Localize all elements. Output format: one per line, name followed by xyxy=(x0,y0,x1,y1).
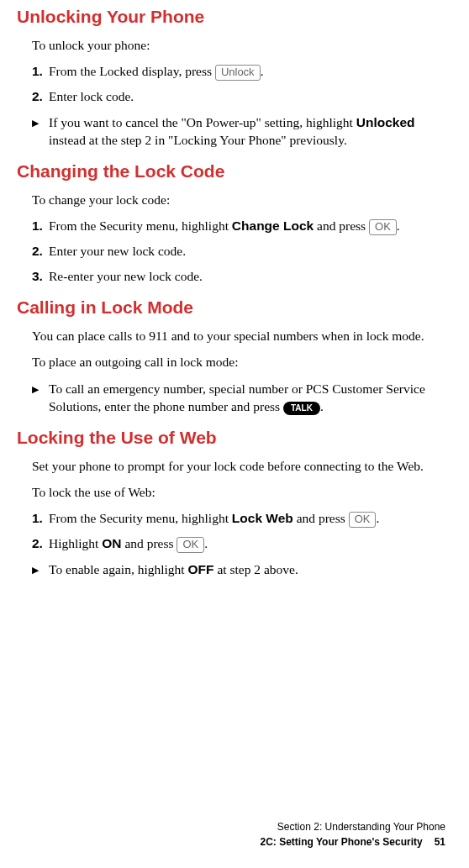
intro-text: To unlock your phone: xyxy=(32,37,445,55)
text-fragment: From the Locked display, press xyxy=(49,64,215,78)
text-fragment: . xyxy=(397,218,400,233)
step-number: 1. xyxy=(32,218,47,235)
bold-term: Lock Web xyxy=(232,511,293,525)
step-item: 2. Enter lock code. xyxy=(32,88,445,106)
step-text: Enter your new lock code. xyxy=(49,243,445,260)
section-body: You can place calls to 911 and to your s… xyxy=(17,328,445,416)
step-item: 3. Re-enter your new lock code. xyxy=(32,268,445,286)
heading-unlocking: Unlocking Your Phone xyxy=(17,7,445,27)
text-fragment: From the Security menu, highlight xyxy=(49,511,232,525)
bold-term: Change Lock xyxy=(232,218,314,233)
text-fragment: at step 2 above. xyxy=(214,562,298,576)
footer-section-title: Section 2: Understanding Your Phone xyxy=(261,819,445,834)
bold-term: Unlocked xyxy=(356,115,415,129)
text-fragment: . xyxy=(320,399,324,413)
section-body: Set your phone to prompt for your lock c… xyxy=(17,458,445,578)
step-item: 1. From the Security menu, highlight Cha… xyxy=(32,218,445,235)
intro-text: To lock the use of Web: xyxy=(32,484,445,502)
section-body: To change your lock code: 1. From the Se… xyxy=(17,192,445,286)
text-fragment: and press xyxy=(293,511,349,525)
intro-text: To place an outgoing call in lock mode: xyxy=(32,354,445,371)
step-number: 2. xyxy=(32,535,47,553)
text-fragment: instead at the step 2 in "Locking Your P… xyxy=(49,133,347,147)
text-fragment: . xyxy=(261,64,264,78)
step-text: From the Locked display, press Unlock. xyxy=(49,63,445,81)
text-fragment: If you want to cancel the "On Power-up" … xyxy=(49,115,356,129)
intro-text: Set your phone to prompt for your lock c… xyxy=(32,458,445,476)
step-text: Highlight ON and press OK. xyxy=(49,535,445,553)
step-number: 1. xyxy=(32,510,47,528)
text-fragment: and press xyxy=(314,218,369,233)
section-body: To unlock your phone: 1. From the Locked… xyxy=(17,37,445,150)
step-item: 2. Highlight ON and press OK. xyxy=(32,535,445,553)
bullet-text: To call an emergency number, special num… xyxy=(49,380,445,416)
unlock-key: Unlock xyxy=(215,65,261,81)
step-number: 3. xyxy=(32,268,47,286)
step-item: 1. From the Security menu, highlight Loc… xyxy=(32,510,445,528)
text-fragment: To enable again, highlight xyxy=(49,562,188,576)
triangle-bullet-icon: ▶ xyxy=(32,113,47,150)
step-text: Enter lock code. xyxy=(49,88,445,106)
text-fragment: . xyxy=(204,536,208,550)
footer-chapter-title: 2C: Setting Your Phone's Security51 xyxy=(261,834,445,850)
step-number: 1. xyxy=(32,63,47,81)
text-fragment: From the Security menu, highlight xyxy=(49,218,232,233)
text-fragment: and press xyxy=(122,536,177,550)
bullet-item: ▶ If you want to cancel the "On Power-up… xyxy=(32,113,445,150)
heading-calling-lock: Calling in Lock Mode xyxy=(17,297,445,318)
text-fragment: . xyxy=(376,511,379,525)
talk-key: TALK xyxy=(283,402,320,415)
heading-locking-web: Locking the Use of Web xyxy=(17,428,445,448)
intro-text: You can place calls to 911 and to your s… xyxy=(32,328,445,345)
text-fragment: Highlight xyxy=(49,536,102,550)
ok-key: OK xyxy=(369,219,397,235)
ok-key: OK xyxy=(177,537,204,553)
bullet-text: If you want to cancel the "On Power-up" … xyxy=(49,113,445,150)
step-text: From the Security menu, highlight Change… xyxy=(49,218,445,235)
step-item: 1. From the Locked display, press Unlock… xyxy=(32,63,445,81)
step-item: 2. Enter your new lock code. xyxy=(32,243,445,260)
text-fragment: To call an emergency number, special num… xyxy=(49,381,425,414)
bold-term: OFF xyxy=(188,562,214,576)
heading-changing-lock: Changing the Lock Code xyxy=(17,161,445,181)
page-number: 51 xyxy=(435,836,445,848)
bullet-item: ▶ To enable again, highlight OFF at step… xyxy=(32,560,445,579)
document-content: Unlocking Your Phone To unlock your phon… xyxy=(17,0,445,578)
ok-key: OK xyxy=(349,512,377,528)
footer-chapter-text: 2C: Setting Your Phone's Security xyxy=(261,836,423,848)
step-text: From the Security menu, highlight Lock W… xyxy=(49,510,445,528)
page-footer: Section 2: Understanding Your Phone 2C: … xyxy=(261,819,445,850)
intro-text: To change your lock code: xyxy=(32,192,445,209)
step-number: 2. xyxy=(32,88,47,106)
bold-term: ON xyxy=(102,536,121,550)
triangle-bullet-icon: ▶ xyxy=(32,560,47,579)
step-number: 2. xyxy=(32,243,47,260)
bullet-text: To enable again, highlight OFF at step 2… xyxy=(49,560,445,579)
triangle-bullet-icon: ▶ xyxy=(32,380,47,416)
bullet-item: ▶ To call an emergency number, special n… xyxy=(32,380,445,416)
step-text: Re-enter your new lock code. xyxy=(49,268,445,286)
